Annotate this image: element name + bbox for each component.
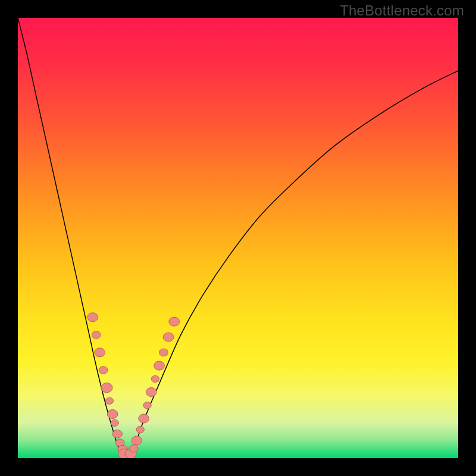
bead-marker [87,313,98,322]
bead-marker [101,383,112,392]
bead-marker [112,430,122,438]
bead-marker [131,436,142,445]
curve-layer [18,18,458,458]
bead-marker [129,444,138,452]
bead-marker [107,409,118,418]
bead-marker [163,333,174,342]
bead-marker [95,348,105,357]
watermark-text: TheBottleneck.com [340,2,464,19]
bead-marker [111,419,118,426]
bead-marker [105,397,113,404]
plot-area [18,18,458,458]
bead-marker [154,361,165,370]
bead-marker [151,375,159,382]
bead-marker [143,402,151,409]
bead-marker [99,367,108,374]
bottleneck-curve [18,18,458,458]
bead-marker [146,387,156,396]
bead-marker [92,331,101,339]
bead-marker [139,414,149,423]
bead-marker [136,426,144,433]
bead-marker [169,317,180,326]
bead-marker [159,349,168,356]
chart-frame: TheBottleneck.com [0,0,476,476]
